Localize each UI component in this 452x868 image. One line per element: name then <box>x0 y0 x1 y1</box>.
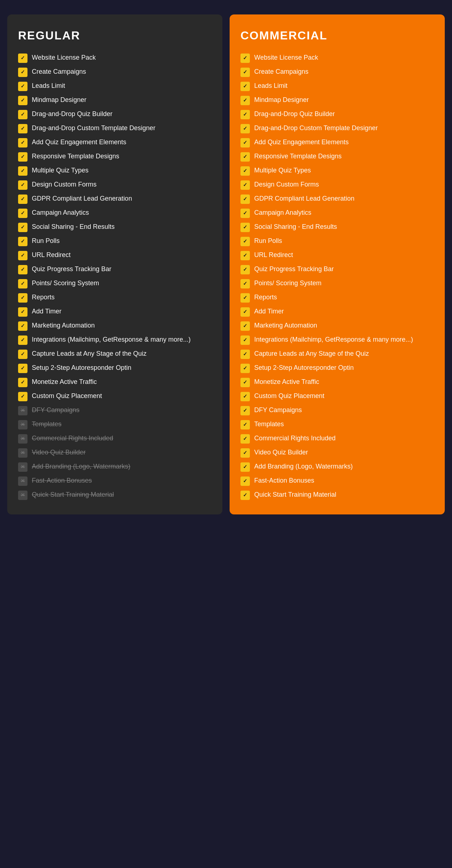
check-icon: ✓ <box>240 307 250 317</box>
commercial-feature-item: ✓Drag-and-Drop Custom Template Designer <box>240 124 434 133</box>
cross-icon: ✕ <box>18 448 27 458</box>
check-icon: ✓ <box>240 406 250 415</box>
feature-label: Run Polls <box>32 236 212 245</box>
commercial-feature-item: ✓Website License Pack <box>240 53 434 63</box>
check-icon: ✓ <box>18 293 27 303</box>
commercial-feature-item: ✓Multiple Quiz Types <box>240 166 434 176</box>
check-icon: ✓ <box>240 335 250 345</box>
cross-icon: ✕ <box>18 491 27 500</box>
feature-label: Custom Quiz Placement <box>32 392 212 401</box>
feature-label: URL Redirect <box>254 251 434 260</box>
commercial-feature-item: ✓DFY Campaigns <box>240 406 434 415</box>
check-icon: ✓ <box>240 166 250 176</box>
commercial-feature-item: ✓Video Quiz Builder <box>240 448 434 458</box>
regular-feature-item: ✓Points/ Scoring System <box>18 279 212 288</box>
regular-feature-item: ✓Add Quiz Engagement Elements <box>18 138 212 147</box>
commercial-feature-item: ✓Add Quiz Engagement Elements <box>240 138 434 147</box>
check-icon: ✓ <box>240 180 250 190</box>
commercial-feature-item: ✓Templates <box>240 420 434 429</box>
check-icon: ✓ <box>240 293 250 303</box>
regular-title: REGULAR <box>18 29 212 42</box>
commercial-feature-item: ✓Run Polls <box>240 236 434 246</box>
feature-label: Design Custom Forms <box>254 180 434 189</box>
feature-label: Points/ Scoring System <box>254 279 434 288</box>
regular-feature-item: ✓Monetize Active Traffic <box>18 377 212 387</box>
commercial-title: COMMERCIAL <box>240 29 434 42</box>
check-icon: ✓ <box>240 448 250 458</box>
feature-label: Social Sharing - End Results <box>254 222 434 231</box>
check-icon: ✓ <box>18 54 27 63</box>
feature-label: Setup 2-Step Autoresponder Optin <box>254 363 434 372</box>
feature-label: Mindmap Designer <box>32 95 212 104</box>
regular-feature-item: ✓Custom Quiz Placement <box>18 392 212 401</box>
regular-feature-item: ✓Run Polls <box>18 236 212 246</box>
check-icon: ✓ <box>18 166 27 176</box>
regular-feature-item: ✓URL Redirect <box>18 251 212 260</box>
check-icon: ✓ <box>18 110 27 119</box>
feature-label: Commercial Rights Included <box>32 434 212 443</box>
feature-label: Integrations (Mailchimp, GetResponse & m… <box>32 335 212 344</box>
check-icon: ✓ <box>18 82 27 91</box>
feature-label: Video Quiz Builder <box>32 448 212 457</box>
feature-label: Points/ Scoring System <box>32 279 212 288</box>
regular-feature-item: ✕Video Quiz Builder <box>18 448 212 458</box>
feature-label: Add Branding (Logo, Watermarks) <box>254 462 434 471</box>
check-icon: ✓ <box>18 194 27 204</box>
feature-label: Integrations (Mailchimp, GetResponse & m… <box>254 335 434 344</box>
feature-label: DFY Campaigns <box>254 406 434 415</box>
feature-label: Video Quiz Builder <box>254 448 434 457</box>
feature-label: Marketing Automation <box>32 321 212 330</box>
regular-feature-item: ✓Add Timer <box>18 307 212 317</box>
feature-label: Quiz Progress Tracking Bar <box>32 265 212 274</box>
commercial-feature-item: ✓Add Timer <box>240 307 434 317</box>
feature-label: Quick Start Training Material <box>254 490 434 499</box>
regular-feature-item: ✕Fast-Action Bonuses <box>18 476 212 486</box>
check-icon: ✓ <box>240 96 250 105</box>
commercial-feature-item: ✓Monetize Active Traffic <box>240 377 434 387</box>
feature-label: Custom Quiz Placement <box>254 392 434 401</box>
commercial-feature-item: ✓Reports <box>240 293 434 303</box>
regular-feature-item: ✓Setup 2-Step Autoresponder Optin <box>18 363 212 373</box>
check-icon: ✓ <box>240 251 250 260</box>
feature-label: URL Redirect <box>32 251 212 260</box>
commercial-feature-item: ✓Points/ Scoring System <box>240 279 434 288</box>
feature-label: Responsive Template Designs <box>254 152 434 161</box>
feature-label: Monetize Active Traffic <box>254 377 434 386</box>
check-icon: ✓ <box>18 152 27 162</box>
check-icon: ✓ <box>18 180 27 190</box>
check-icon: ✓ <box>240 152 250 162</box>
feature-label: Website License Pack <box>32 53 212 62</box>
feature-label: Templates <box>32 420 212 429</box>
feature-label: Capture Leads at Any Stage of the Quiz <box>32 349 212 358</box>
commercial-feature-item: ✓Mindmap Designer <box>240 95 434 105</box>
comparison-container: REGULAR ✓Website License Pack✓Create Cam… <box>7 14 445 514</box>
feature-label: Drag-and-Drop Custom Template Designer <box>32 124 212 133</box>
check-icon: ✓ <box>240 350 250 359</box>
check-icon: ✓ <box>240 209 250 218</box>
feature-label: Leads Limit <box>32 81 212 90</box>
regular-feature-item: ✓Design Custom Forms <box>18 180 212 190</box>
feature-label: Campaign Analytics <box>32 208 212 217</box>
cross-icon: ✕ <box>18 476 27 486</box>
commercial-feature-list: ✓Website License Pack✓Create Campaigns✓L… <box>240 53 434 500</box>
regular-feature-item: ✕Commercial Rights Included <box>18 434 212 444</box>
check-icon: ✓ <box>240 223 250 232</box>
commercial-feature-item: ✓GDPR Compliant Lead Generation <box>240 194 434 204</box>
regular-feature-item: ✓GDPR Compliant Lead Generation <box>18 194 212 204</box>
check-icon: ✓ <box>18 251 27 260</box>
regular-feature-item: ✓Multiple Quiz Types <box>18 166 212 176</box>
regular-feature-item: ✓Mindmap Designer <box>18 95 212 105</box>
cross-icon: ✕ <box>18 406 27 415</box>
feature-label: Commercial Rights Included <box>254 434 434 443</box>
feature-label: Add Branding (Logo, Watermarks) <box>32 462 212 471</box>
feature-label: GDPR Compliant Lead Generation <box>254 194 434 203</box>
regular-feature-item: ✓Capture Leads at Any Stage of the Quiz <box>18 349 212 359</box>
regular-column: REGULAR ✓Website License Pack✓Create Cam… <box>7 14 222 514</box>
regular-feature-list: ✓Website License Pack✓Create Campaigns✓L… <box>18 53 212 500</box>
feature-label: Drag-and-Drop Quiz Builder <box>254 110 434 119</box>
feature-label: Quick Start Training Material <box>32 490 212 499</box>
feature-label: Fast-Action Bonuses <box>32 476 212 485</box>
check-icon: ✓ <box>18 364 27 373</box>
check-icon: ✓ <box>240 434 250 444</box>
regular-feature-item: ✓Marketing Automation <box>18 321 212 331</box>
